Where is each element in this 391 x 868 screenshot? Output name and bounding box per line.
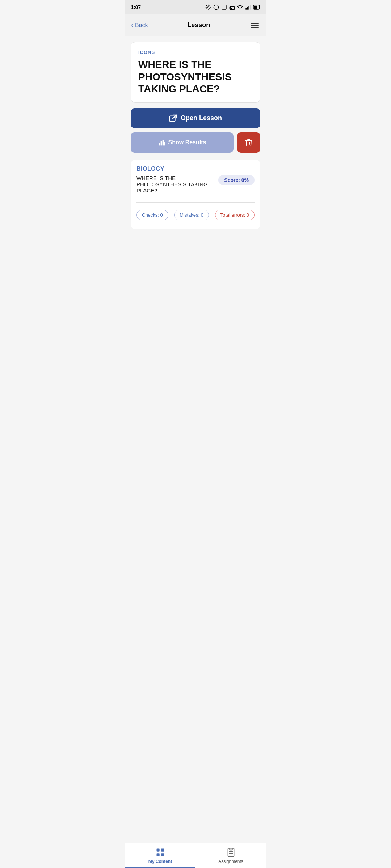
tab-my-content[interactable]: My Content bbox=[125, 843, 196, 868]
status-bar: 1:07 bbox=[125, 0, 266, 14]
total-errors-badge: Total errors: 0 bbox=[215, 210, 255, 220]
cast-icon bbox=[229, 4, 235, 10]
assignments-icon bbox=[226, 847, 236, 858]
show-results-label: Show Results bbox=[168, 139, 206, 146]
my-content-label: My Content bbox=[148, 859, 172, 864]
back-arrow-icon: ‹ bbox=[131, 21, 133, 29]
open-lesson-button[interactable]: Open Lesson bbox=[131, 109, 260, 128]
menu-button[interactable] bbox=[249, 21, 260, 29]
results-section: BIOLOGY WHERE IS THE PHOTOSYNTHESIS TAKI… bbox=[131, 160, 260, 229]
svg-rect-18 bbox=[161, 853, 164, 856]
status-icons bbox=[205, 4, 260, 10]
svg-rect-17 bbox=[156, 853, 159, 856]
svg-point-0 bbox=[207, 7, 209, 8]
svg-rect-13 bbox=[162, 140, 163, 145]
results-lesson-title: WHERE IS THE PHOTOSYNTHESIS TAKING PLACE… bbox=[136, 175, 215, 193]
divider bbox=[136, 202, 255, 203]
bottom-nav: My Content Assignments bbox=[125, 843, 266, 868]
svg-rect-15 bbox=[156, 848, 159, 851]
svg-rect-19 bbox=[228, 848, 234, 856]
show-results-button[interactable]: Show Results bbox=[131, 132, 234, 153]
trash-icon bbox=[244, 138, 253, 147]
signal-icon bbox=[245, 4, 251, 10]
svg-rect-7 bbox=[250, 5, 251, 9]
stats-row: Checks: 0 Mistakes: 0 Total errors: 0 bbox=[136, 207, 255, 223]
delete-button[interactable] bbox=[237, 132, 260, 153]
svg-rect-12 bbox=[160, 141, 161, 145]
spacer bbox=[131, 235, 260, 267]
results-subject: BIOLOGY bbox=[136, 166, 255, 172]
open-lesson-label: Open Lesson bbox=[181, 114, 222, 122]
content-area: ICONS WHERE IS THE PHOTOSYNTHESIS TAKING… bbox=[125, 36, 266, 273]
menu-line-3 bbox=[251, 27, 259, 28]
svg-rect-16 bbox=[161, 848, 164, 851]
lesson-category: ICONS bbox=[138, 50, 253, 55]
settings-icon bbox=[205, 4, 211, 10]
checks-badge: Checks: 0 bbox=[136, 210, 168, 220]
external-link-icon bbox=[169, 114, 177, 122]
svg-rect-4 bbox=[245, 8, 247, 9]
chart-icon bbox=[158, 139, 165, 146]
back-button[interactable]: ‹ Back bbox=[131, 21, 148, 29]
back-label: Back bbox=[135, 22, 148, 29]
notification-icon bbox=[221, 4, 227, 10]
mistakes-badge: Mistakes: 0 bbox=[174, 210, 209, 220]
svg-rect-6 bbox=[248, 6, 249, 10]
my-content-icon bbox=[155, 847, 165, 858]
info-icon bbox=[213, 4, 219, 10]
menu-line-2 bbox=[251, 25, 259, 26]
svg-rect-14 bbox=[164, 142, 165, 145]
svg-rect-2 bbox=[222, 5, 226, 9]
battery-icon bbox=[253, 4, 260, 10]
wifi-icon bbox=[237, 4, 243, 10]
svg-rect-11 bbox=[159, 143, 160, 145]
assignments-label: Assignments bbox=[218, 859, 243, 864]
lesson-title: WHERE IS THE PHOTOSYNTHESIS TAKING PLACE… bbox=[138, 59, 253, 95]
top-nav: ‹ Back Lesson bbox=[125, 14, 266, 36]
tab-assignments[interactable]: Assignments bbox=[196, 843, 266, 868]
score-badge: Score: 0% bbox=[218, 175, 255, 185]
menu-line-1 bbox=[251, 23, 259, 24]
action-row: Show Results bbox=[131, 132, 260, 153]
status-time: 1:07 bbox=[131, 4, 141, 10]
svg-rect-5 bbox=[247, 7, 248, 10]
svg-rect-9 bbox=[254, 6, 257, 9]
lesson-card: ICONS WHERE IS THE PHOTOSYNTHESIS TAKING… bbox=[131, 42, 260, 103]
page-title: Lesson bbox=[187, 21, 210, 29]
